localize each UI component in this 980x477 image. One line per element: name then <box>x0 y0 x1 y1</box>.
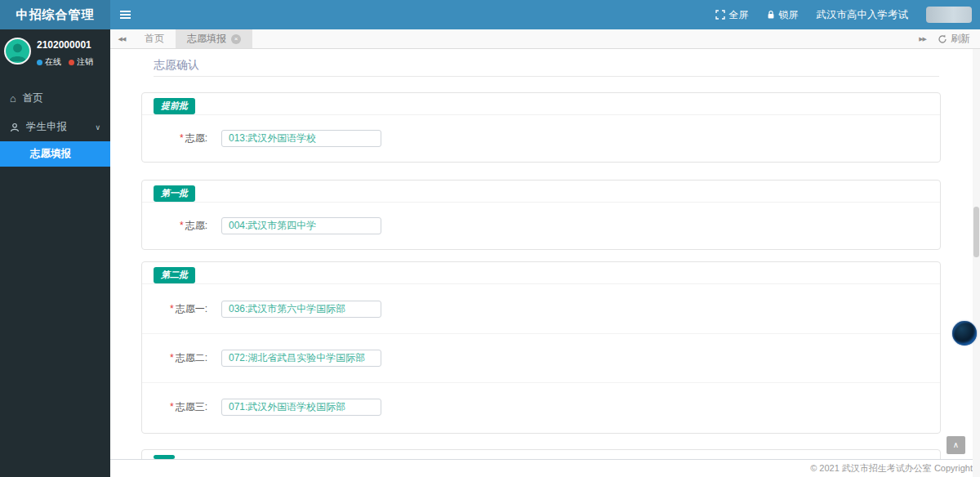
tab-bar: ◀◀ 首页 志愿填报 × ▶▶ 刷新 <box>110 29 980 49</box>
fullscreen-button[interactable]: 全屏 <box>715 8 749 22</box>
sidebar-item-home[interactable]: ⌂ 首页 <box>0 84 110 113</box>
tab-home[interactable]: 首页 <box>133 29 176 48</box>
lock-icon <box>767 10 775 20</box>
sidebar-item-student-menu[interactable]: 学生申报 ∨ <box>0 113 110 141</box>
page-footer: © 2021 武汉市招生考试办公室 Copyright <box>110 459 980 477</box>
volunteer-input[interactable]: 071:武汉外国语学校国际部 <box>221 399 381 416</box>
field-label: *志愿二: <box>158 351 207 365</box>
user-panel: 2102000001 在线 注销 <box>0 29 110 76</box>
tab-back-icon: ◀◀ <box>118 36 126 42</box>
field-label: *志愿: <box>158 219 207 233</box>
batch-card-advance: 提前批 *志愿: 013:武汉外国语学校 <box>141 92 941 163</box>
sidebar-toggle-button[interactable] <box>110 0 140 29</box>
field-label: *志愿: <box>158 132 207 145</box>
hamburger-icon <box>120 11 131 12</box>
logout-link[interactable]: 注销 <box>69 56 93 68</box>
back-to-top-button[interactable]: ∧ <box>947 436 965 454</box>
page-title: 志愿确认 <box>154 58 199 73</box>
tab-volunteer-active[interactable]: 志愿填报 × <box>176 29 252 48</box>
up-arrow-icon: ∧ <box>953 440 959 449</box>
tab-home-label: 首页 <box>145 32 164 46</box>
tab-forward-icon[interactable]: ▶▶ <box>919 36 926 42</box>
fullscreen-label: 全屏 <box>729 8 749 22</box>
status-online: 在线 <box>37 56 61 68</box>
refresh-icon <box>938 34 947 44</box>
user-name-blurred[interactable] <box>926 7 972 23</box>
navbar-right: 全屏 锁屏 武汉市高中入学考试 <box>715 0 973 29</box>
required-mark: * <box>170 401 174 412</box>
top-navbar: 中招综合管理 全屏 锁屏 武汉市高中入学考试 <box>0 0 980 29</box>
logout-label: 注销 <box>77 56 93 68</box>
lockscreen-button[interactable]: 锁屏 <box>767 8 799 22</box>
online-label: 在线 <box>45 56 61 68</box>
copyright-text: © 2021 武汉市招生考试办公室 Copyright <box>810 462 973 475</box>
required-mark: * <box>180 220 184 231</box>
chevron-down-icon: ∨ <box>95 123 100 132</box>
form-row: *志愿一: 036:武汉市第六中学国际部 <box>142 284 940 333</box>
exam-title: 武汉市高中入学考试 <box>817 8 909 22</box>
form-row: *志愿二: 072:湖北省武昌实验中学国际部 <box>142 333 940 382</box>
refresh-button[interactable]: 刷新 <box>938 32 970 46</box>
scrollbar-thumb[interactable] <box>973 207 979 257</box>
online-dot-icon <box>37 60 42 65</box>
sidebar-home-label: 首页 <box>23 91 43 105</box>
required-mark: * <box>180 132 184 144</box>
title-divider <box>154 76 939 77</box>
required-mark: * <box>170 352 174 363</box>
fullscreen-icon <box>715 10 725 20</box>
refresh-label: 刷新 <box>951 32 970 46</box>
user-info: 2102000001 在线 注销 <box>37 38 93 68</box>
tab-scroll-left-button[interactable]: ◀◀ <box>110 29 133 48</box>
batch-card-second: 第二批 *志愿一: 036:武汉市第六中学国际部 *志愿二: 072:湖北省武昌… <box>141 261 941 434</box>
avatar <box>4 38 31 65</box>
volunteer-input[interactable]: 004:武汉市第四中学 <box>221 217 381 234</box>
home-icon: ⌂ <box>10 93 16 104</box>
volunteer-input[interactable]: 072:湖北省武昌实验中学国际部 <box>221 350 381 367</box>
form-row: *志愿: 013:武汉外国语学校 <box>142 115 940 161</box>
sidebar: 2102000001 在线 注销 ⌂ 首页 <box>0 29 110 477</box>
tab-bar-right: ▶▶ 刷新 <box>919 29 980 48</box>
floating-widget-ball[interactable] <box>952 321 977 345</box>
person-icon <box>6 39 29 63</box>
batch-badge: 提前批 <box>154 98 195 114</box>
logout-dot-icon <box>69 60 74 65</box>
batch-badge: 第二批 <box>154 267 195 283</box>
volunteer-input[interactable]: 036:武汉市第六中学国际部 <box>221 301 381 318</box>
card-header: 第一批 <box>142 181 940 203</box>
user-id: 2102000001 <box>37 39 93 51</box>
app-window: 中招综合管理 全屏 锁屏 武汉市高中入学考试 <box>0 0 980 477</box>
app-logo: 中招综合管理 <box>0 0 110 29</box>
field-label: *志愿三: <box>158 400 207 414</box>
form-row: *志愿三: 071:武汉外国语学校国际部 <box>142 382 940 431</box>
field-label: *志愿一: <box>158 302 207 316</box>
form-row: *志愿: 004:武汉市第四中学 <box>142 203 940 248</box>
user-status-row: 在线 注销 <box>37 56 93 68</box>
card-header: 第二批 <box>142 262 940 284</box>
scrollbar-track[interactable] <box>973 49 980 477</box>
batch-card-first: 第一批 *志愿: 004:武汉市第四中学 <box>141 180 941 250</box>
tab-volunteer-label: 志愿填报 <box>187 32 226 46</box>
batch-badge: 第一批 <box>154 185 195 202</box>
user-icon <box>10 123 20 132</box>
sidebar-student-label: 学生申报 <box>26 120 67 134</box>
sidebar-item-volunteer-active[interactable]: 志愿填报 <box>0 141 110 167</box>
card-header: 提前批 <box>142 93 940 115</box>
lockscreen-label: 锁屏 <box>779 8 799 22</box>
close-tab-icon[interactable]: × <box>231 34 241 44</box>
volunteer-input[interactable]: 013:武汉外国语学校 <box>221 130 381 147</box>
required-mark: * <box>170 303 174 314</box>
